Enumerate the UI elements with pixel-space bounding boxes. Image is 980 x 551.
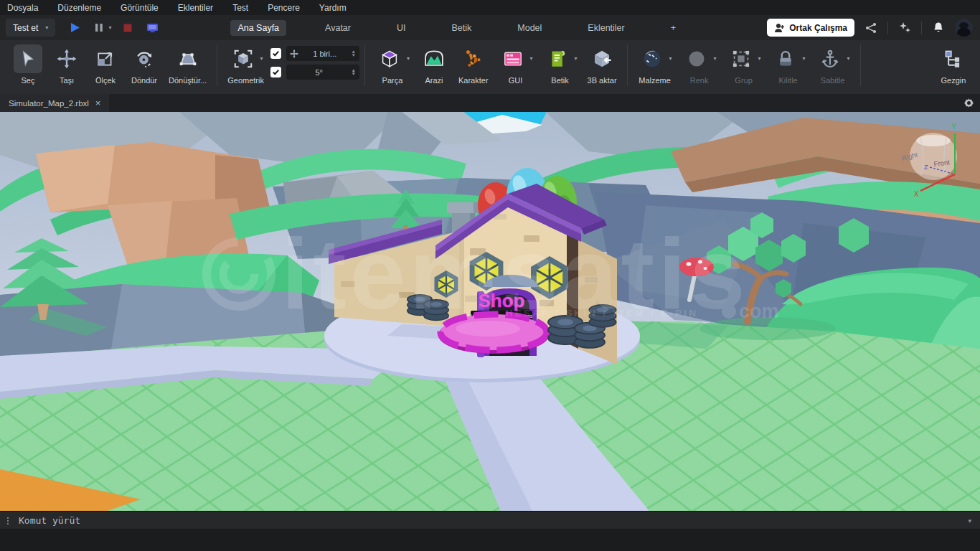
insert-terrain-button[interactable]: Arazi [415,40,453,85]
pause-dropdown-chevron-icon[interactable]: ▾ [108,25,111,31]
material-button[interactable]: ▾ Malzeme [633,40,677,85]
chevron-down-icon[interactable]: ▾ [407,56,410,62]
tab-eklentiler[interactable]: Eklentiler [580,20,631,36]
chevron-down-icon: ▾ [803,56,806,62]
tool-scale[interactable]: Ölçek [86,40,125,85]
import-3d-icon [588,44,616,73]
chevron-down-icon[interactable]: ▾ [530,56,533,62]
divider [887,22,888,34]
explorer-tree-icon [939,44,968,73]
stop-button[interactable] [118,19,137,37]
lock-button[interactable]: ▾ Kilitle [766,40,811,85]
move-snap-stepper[interactable]: ▲▼ [352,50,356,56]
move-snap-field[interactable]: 1 biri... ▲▼ [286,46,359,61]
insert-part-button[interactable]: ▾ Parça [370,40,415,85]
share-button[interactable] [862,19,880,37]
watermark-subtitle: HESAP / SKIN / ITEM / E-PIN [506,308,698,319]
itemsatis-watermark: itemsatis HESAP / SKIN / ITEM / E-PIN co… [207,217,779,330]
insert-character-button[interactable]: Karakter [453,40,494,85]
menu-item-goruntule[interactable]: Görüntüle [121,3,159,13]
group-button[interactable]: ▾ Grup [722,40,766,85]
command-bar[interactable]: Komut yürüt ▾ [0,511,980,529]
gui-window-icon [499,44,527,73]
collaborate-button[interactable]: Ortak Çalışma [767,19,854,37]
tab-add[interactable]: + [664,20,683,36]
tool-move[interactable]: Taşı [47,40,86,85]
tool-select[interactable]: Seç [9,40,47,85]
document-tab-title: Simulator_Map_2.rbxl [9,99,89,108]
pause-icon [95,23,103,32]
tab-model[interactable]: Model [510,20,549,36]
divider [627,44,628,86]
chevron-down-icon: ▾ [758,56,761,62]
playbar-right-cluster: Ortak Çalışma [767,19,980,37]
menu-bar: Dosyala Düzenleme Görüntüle Eklentiler T… [0,0,980,15]
lock-icon [771,44,800,73]
anchor-button[interactable]: ▾ Sabitle [811,40,855,85]
status-area [0,529,980,551]
insert-script-button[interactable]: ▾ Betik [538,40,583,85]
stop-icon [123,24,132,32]
menu-item-test[interactable]: Test [232,3,248,13]
tool-transform[interactable]: Dönüştür... [164,40,212,85]
tab-ui[interactable]: UI [390,20,413,36]
menu-item-pencere[interactable]: Pencere [268,3,300,13]
snap-settings: 1 biri... ▲▼ 5° ▲▼ [270,40,359,80]
insert-gui-button[interactable]: ▾ GUI [494,40,538,85]
play-button[interactable] [65,19,84,37]
command-input-placeholder[interactable]: Komut yürüt [19,515,80,526]
explorer-button[interactable]: Gezgin [934,40,973,85]
drag-handle-icon[interactable] [0,517,13,524]
monitor-icon [146,23,159,33]
viewport-settings-button[interactable] [963,98,980,108]
part-cube-icon [375,44,404,73]
document-tab-simulator-map[interactable]: Simulator_Map_2.rbxl × [0,94,109,112]
color-button[interactable]: ▾ Renk [677,40,722,85]
rotate-icon [130,44,159,73]
check-icon [272,50,280,57]
watermark-domain: com [739,301,779,322]
group-selection-icon [727,44,755,73]
close-icon[interactable]: × [95,98,101,108]
check-icon [272,68,280,76]
tool-rotate[interactable]: Döndür [125,40,164,85]
pause-button[interactable] [90,19,108,37]
account-avatar[interactable] [955,19,973,37]
tab-betik[interactable]: Betik [444,20,479,36]
scale-icon [91,44,120,73]
person-plus-icon [774,23,785,33]
move-icon [52,44,81,73]
tab-avatar[interactable]: Avatar [318,20,358,36]
scene-3d[interactable]: Shop Here you can buy your gloves [0,112,980,511]
anchor-icon [816,44,844,73]
chevron-down-icon[interactable]: ▾ [968,517,980,524]
viewport-3d[interactable]: Shop Here you can buy your gloves [0,112,980,511]
notifications-button[interactable] [929,19,948,37]
device-emulation-button[interactable] [143,19,161,37]
menu-item-yardim[interactable]: Yardım [319,3,347,13]
chevron-down-icon: ▾ [847,56,850,62]
rotate-snap-stepper[interactable]: ▲▼ [352,69,356,75]
roblox-studio-window: Dosyala Düzenleme Görüntüle Eklentiler T… [0,0,980,551]
move-snap-checkbox[interactable] [270,48,281,59]
rotate-snap-value: 5° [290,68,349,77]
menu-item-dosyala[interactable]: Dosyala [7,3,38,13]
divider [860,44,861,86]
character-rig-icon [459,44,488,73]
assistant-button[interactable] [895,19,914,37]
chevron-down-icon[interactable]: ▾ [260,56,263,62]
chevron-down-icon[interactable]: ▾ [669,56,672,62]
rotate-snap-field[interactable]: 5° ▲▼ [286,65,359,80]
test-mode-dropdown[interactable]: Test et ▾ [6,19,55,37]
test-mode-label: Test et [13,23,38,33]
divider [217,44,217,86]
rotate-snap-checkbox[interactable] [270,67,281,77]
import-3d-button[interactable]: 3B aktar [583,40,622,85]
quick-access-bar: Test et ▾ ▾ Ana Sayfa Avatar UI Betik Mo… [0,15,980,40]
tab-ana-sayfa[interactable]: Ana Sayfa [230,20,286,36]
menu-item-duzenleme[interactable]: Düzenleme [57,3,101,13]
chevron-down-icon[interactable]: ▾ [575,56,578,62]
menu-item-eklentiler[interactable]: Eklentiler [178,3,213,13]
color-circle-icon [682,44,711,73]
geometric-mode-button[interactable]: ▾ Geometrik [222,40,269,85]
